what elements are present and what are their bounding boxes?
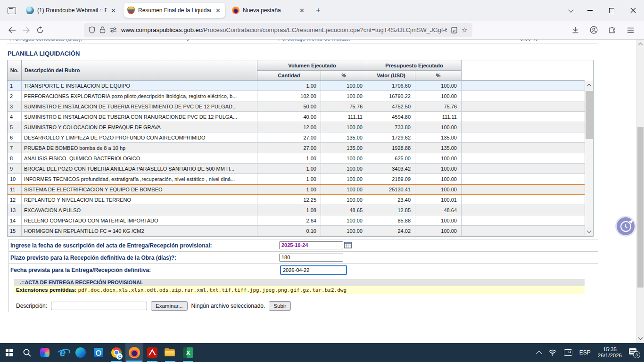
row-number-cell: 14 bbox=[8, 215, 22, 225]
minimize-button[interactable] bbox=[579, 0, 601, 21]
browser-toolbar: www.compraspublicas.gob.ec/ProcesoContra… bbox=[0, 21, 644, 40]
row-number-cell: 7 bbox=[8, 143, 22, 153]
back-button[interactable] bbox=[5, 23, 19, 37]
table-row: 15 HORMIGON EN REPLANTILLO FC = 140 KG /… bbox=[8, 226, 585, 236]
form-row-fecha-definitiva: Fecha prevista para la Entrega/Recepción… bbox=[8, 263, 598, 276]
floating-clock-widget[interactable] bbox=[617, 217, 635, 235]
taskbar-chrome-button[interactable] bbox=[107, 343, 125, 362]
new-tab-button[interactable]: + bbox=[311, 3, 325, 17]
taskbar-acrobat-button[interactable] bbox=[143, 343, 161, 362]
subir-button[interactable]: Subir bbox=[269, 301, 291, 311]
page-scroll-down-button[interactable] bbox=[637, 335, 644, 342]
taskbar-search-button[interactable] bbox=[18, 343, 36, 362]
form-row-fecha-provisional: Ingrese la fecha de suscripción del acta… bbox=[8, 239, 598, 251]
col-header-presupuesto-ejecutado: Presupuesto Ejecutado bbox=[367, 60, 462, 71]
taskbar-copilot-button[interactable] bbox=[36, 343, 54, 362]
row-presupuesto-pct-cell: 135.00 bbox=[415, 143, 462, 153]
tab-nueva-pestana[interactable]: Nueva pestaña ✕ bbox=[228, 3, 309, 18]
ecuador-crest-favicon bbox=[127, 7, 135, 14]
close-tab-icon[interactable]: ✕ bbox=[110, 8, 117, 14]
row-filler-cell bbox=[462, 226, 585, 236]
clipped-summary-row: Prorrogas concedidas (días): 0 Porcentaj… bbox=[7, 40, 598, 43]
table-row: 3 SUMINISTRO E INSTALACION DE TUBERIA RE… bbox=[8, 101, 585, 112]
taskbar-file-explorer-button[interactable] bbox=[161, 343, 179, 362]
maximize-button[interactable] bbox=[601, 0, 622, 21]
menu-button[interactable] bbox=[623, 23, 637, 37]
taskbar-excel-button[interactable]: X bbox=[179, 343, 197, 362]
language-indicator[interactable]: ESP bbox=[579, 349, 591, 356]
account-button[interactable] bbox=[586, 23, 601, 37]
taskbar-outlook-button[interactable] bbox=[90, 343, 107, 362]
examinar-button[interactable]: Examinar... bbox=[151, 301, 188, 311]
row-filler-cell bbox=[462, 81, 585, 90]
taskbar-firefox-button[interactable] bbox=[125, 343, 143, 362]
fecha-provisional-input[interactable]: 2025-10-24 bbox=[279, 241, 343, 249]
plazo-dias-input[interactable]: 180 bbox=[279, 254, 343, 262]
start-button[interactable] bbox=[0, 343, 18, 362]
table-row: 6 DESARROLLO Y LIMPIEZA DE POZO PROFUNDO… bbox=[8, 132, 585, 143]
tab-title: Nueva pestaña bbox=[243, 7, 295, 14]
firefox-view-button[interactable] bbox=[4, 3, 20, 17]
table-scrollbar[interactable] bbox=[585, 81, 593, 236]
outlook-icon bbox=[94, 348, 103, 357]
row-descripcion-cell: DESARROLLO Y LIMPIEZA DE POZO PROFUNDO C… bbox=[22, 132, 257, 142]
forward-button[interactable] bbox=[19, 23, 33, 37]
row-number-cell: 10 bbox=[8, 174, 22, 184]
extensions-button[interactable] bbox=[605, 23, 619, 37]
taskbar-clock[interactable]: 15:35 26/1/2026 bbox=[598, 346, 622, 359]
row-presupuesto-pct-cell: 100.00 bbox=[415, 91, 462, 101]
notifications-button[interactable]: 3 bbox=[629, 348, 638, 357]
row-cantidad-cell: 1.00 bbox=[257, 185, 321, 194]
downloads-button[interactable] bbox=[568, 23, 582, 37]
page-scrollbar[interactable] bbox=[636, 40, 644, 343]
row-descripcion-cell: ANALISIS FISICO- QUIMICO BACTERIOLOGICO bbox=[22, 153, 257, 163]
table-row: 7 PRUEBA DE BOMBEO bomba de 8 a 10 hp 27… bbox=[8, 143, 585, 153]
row-volumen-pct-cell: 100.00 bbox=[321, 174, 367, 184]
tab-roundcube-webmail[interactable]: (1) Roundcube Webmail :: Entra ✕ bbox=[23, 3, 121, 18]
calendar-icon[interactable] bbox=[344, 242, 352, 248]
notification-badge: 3 bbox=[633, 351, 640, 358]
firefox-favicon bbox=[232, 7, 239, 14]
url-text[interactable]: www.compraspublicas.gob.ec/ProcesoContra… bbox=[121, 26, 447, 33]
list-all-tabs-button[interactable] bbox=[563, 9, 579, 12]
internet-explorer-icon: e bbox=[57, 347, 68, 358]
close-window-button[interactable] bbox=[622, 0, 644, 21]
descripcion-label: Descripción: bbox=[16, 303, 47, 309]
row-number-cell: 2 bbox=[8, 91, 22, 101]
row-descripcion-cell: SUMINISTRO E INSTALACION DE TUBERIA REVE… bbox=[22, 101, 257, 111]
row-cantidad-cell: 1.00 bbox=[257, 81, 321, 90]
windows-logo-icon bbox=[6, 349, 13, 356]
row-number-cell: 15 bbox=[8, 226, 22, 236]
fecha-definitiva-input[interactable]: 2026-04-22 bbox=[280, 265, 347, 275]
table-scroll-down-button[interactable] bbox=[585, 227, 593, 236]
taskbar-edge-button[interactable] bbox=[72, 343, 90, 362]
row-presupuesto-pct-cell: 100.00 bbox=[415, 215, 462, 225]
minimize-icon bbox=[587, 10, 593, 10]
row-descripcion-cell: HORMIGON EN REPLANTILLO FC = 140 KG /CM2 bbox=[22, 226, 257, 236]
taskbar-internet-explorer-button[interactable]: e bbox=[54, 343, 72, 362]
reader-mode-icon[interactable] bbox=[451, 27, 457, 33]
reload-button[interactable] bbox=[33, 23, 47, 37]
bookmark-star-icon[interactable]: ☆ bbox=[462, 26, 468, 33]
row-presupuesto-pct-cell: 100.00 bbox=[415, 174, 462, 184]
row-volumen-pct-cell: 100.00 bbox=[321, 164, 367, 173]
table-scroll-up-button[interactable] bbox=[585, 81, 593, 90]
meet-now-icon[interactable] bbox=[564, 349, 572, 356]
descripcion-input[interactable] bbox=[51, 302, 147, 310]
wifi-icon[interactable] bbox=[548, 349, 557, 356]
close-tab-icon[interactable]: ✕ bbox=[298, 8, 305, 14]
roundcube-favicon bbox=[26, 7, 34, 14]
excel-icon: X bbox=[183, 347, 193, 358]
page-scroll-up-button[interactable] bbox=[637, 41, 644, 48]
screen: (1) Roundcube Webmail :: Entra ✕ Resumen… bbox=[0, 0, 644, 362]
row-cantidad-cell: 102.00 bbox=[257, 91, 321, 101]
tab-title: (1) Roundcube Webmail :: Entra bbox=[37, 7, 107, 14]
fecha-provisional-label: Ingrese la fecha de suscripción del acta… bbox=[10, 239, 212, 252]
tab-resumen-liquidacion[interactable]: Resumen Final de la Liquidación ✕ bbox=[124, 3, 225, 18]
extensions-list: pdf,doc,docx,xls,xlsx,odt,ods,zip,rar,xm… bbox=[78, 287, 347, 293]
hidden-icons-chevron-icon[interactable] bbox=[536, 351, 542, 357]
address-bar[interactable]: www.compraspublicas.gob.ec/ProcesoContra… bbox=[84, 23, 472, 37]
page-scrollbar-thumb[interactable] bbox=[637, 127, 644, 288]
table-scrollbar-thumb[interactable] bbox=[586, 91, 593, 139]
close-tab-icon[interactable]: ✕ bbox=[215, 8, 222, 14]
